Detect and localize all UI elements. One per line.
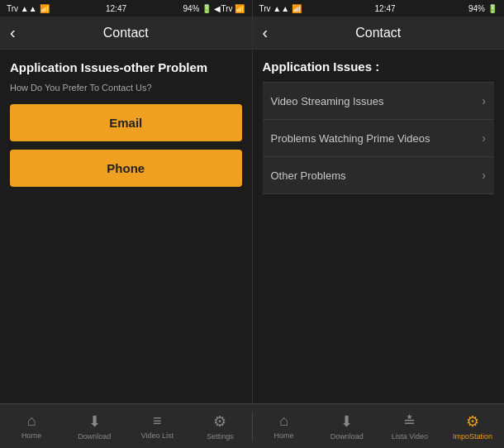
videolist-icon-left: ≡ — [153, 412, 162, 430]
issues-list: Video Streaming Issues › Problems Watchi… — [263, 82, 495, 194]
email-button[interactable]: Email — [10, 104, 242, 141]
left-wifi: 📶 — [40, 4, 50, 13]
nav-videolist-left[interactable]: ≡ Video List — [126, 412, 188, 440]
left-time: 12:47 — [106, 4, 126, 13]
left-battery-icon: 🔋 — [202, 4, 212, 13]
right-section-title: Application Issues : — [263, 60, 495, 74]
right-content: Application Issues : Video Streaming Iss… — [253, 50, 505, 403]
phone-button[interactable]: Phone — [10, 150, 242, 187]
list-item-prime-videos-label: Problems Watching Prime Videos — [271, 132, 430, 145]
right-status-right: 94% 🔋 — [468, 4, 497, 13]
right-status-bar: Trv ▲▲ 📶 12:47 94% 🔋 — [253, 0, 505, 17]
list-item-video-streaming-label: Video Streaming Issues — [271, 95, 384, 107]
list-item-other-problems[interactable]: Other Problems › — [263, 157, 495, 194]
list-item-video-streaming[interactable]: Video Streaming Issues › — [263, 82, 495, 120]
right-battery-pct: 94% — [468, 4, 485, 13]
left-wifi2: 📶 — [235, 4, 245, 13]
left-carrier2: ◀Trv — [214, 4, 232, 13]
nav-impostationi-right[interactable]: ⚙ ImpoStation — [441, 412, 504, 441]
settings-label-left: Settings — [207, 432, 234, 441]
nav-home-left[interactable]: ⌂ Home — [0, 412, 63, 440]
nav-download-left[interactable]: ⬇ Download — [63, 412, 126, 441]
nav-download-right[interactable]: ⬇ Download — [316, 412, 378, 441]
right-back-button[interactable]: ‹ — [263, 23, 269, 42]
left-status-right: 94% 🔋 ◀Trv 📶 — [183, 4, 245, 13]
home-icon-right: ⌂ — [279, 412, 288, 430]
right-wifi: 📶 — [292, 4, 302, 13]
right-time: 12:47 — [375, 4, 396, 13]
home-label-right: Home — [274, 431, 294, 440]
left-panel: Trv ▲▲ 📶 12:47 94% 🔋 ◀Trv 📶 ‹ Contact Ap… — [0, 0, 253, 403]
right-panel: Trv ▲▲ 📶 12:47 94% 🔋 ‹ Contact Applicati… — [253, 0, 505, 403]
chevron-icon-3: › — [482, 169, 486, 182]
left-header-title: Contact — [103, 26, 149, 41]
right-header: ‹ Contact — [253, 17, 505, 50]
chevron-icon-1: › — [482, 94, 486, 107]
left-status-left: Trv ▲▲ 📶 — [7, 4, 50, 13]
chevron-icon-2: › — [482, 131, 486, 145]
left-status-bar: Trv ▲▲ 📶 12:47 94% 🔋 ◀Trv 📶 — [0, 0, 252, 17]
download-label-left: Download — [78, 432, 111, 441]
home-icon-left: ⌂ — [27, 412, 36, 430]
nav-settings-left[interactable]: ⚙ Settings — [188, 412, 251, 441]
settings-icon-left: ⚙ — [213, 412, 226, 431]
right-battery-icon: 🔋 — [487, 4, 497, 13]
listavideo-label-right: Lista Video — [392, 432, 428, 441]
list-item-other-problems-label: Other Problems — [271, 169, 346, 182]
nav-home-right[interactable]: ⌂ Home — [253, 412, 316, 440]
right-status-left: Trv ▲▲ 📶 — [259, 4, 302, 13]
home-label-left: Home — [21, 431, 41, 440]
list-item-prime-videos[interactable]: Problems Watching Prime Videos › — [263, 120, 495, 157]
left-battery-pct: 94% — [183, 4, 199, 13]
right-carrier: Trv ▲▲ — [259, 4, 290, 13]
left-subtitle: How Do You Prefer To Contact Us? — [10, 83, 242, 93]
left-content: Application Issues-other Problem How Do … — [0, 50, 252, 403]
right-header-title: Contact — [355, 26, 401, 41]
download-icon-right: ⬇ — [340, 412, 353, 431]
left-section-title: Application Issues-other Problem — [10, 60, 242, 76]
impostationi-label-right: ImpoStation — [453, 432, 492, 441]
left-carrier: Trv ▲▲ — [7, 4, 37, 13]
impostationi-icon-right: ⚙ — [466, 412, 479, 431]
download-icon-left: ⬇ — [88, 412, 101, 431]
listavideo-icon-right: ≛ — [403, 412, 416, 431]
download-label-right: Download — [330, 432, 364, 441]
nav-listavideo-right[interactable]: ≛ Lista Video — [378, 412, 441, 441]
left-back-button[interactable]: ‹ — [10, 23, 16, 42]
videolist-label-left: Video List — [141, 431, 174, 440]
left-header: ‹ Contact — [0, 17, 252, 50]
bottom-nav: ⌂ Home ⬇ Download ≡ Video List ⚙ Setting… — [0, 403, 504, 448]
